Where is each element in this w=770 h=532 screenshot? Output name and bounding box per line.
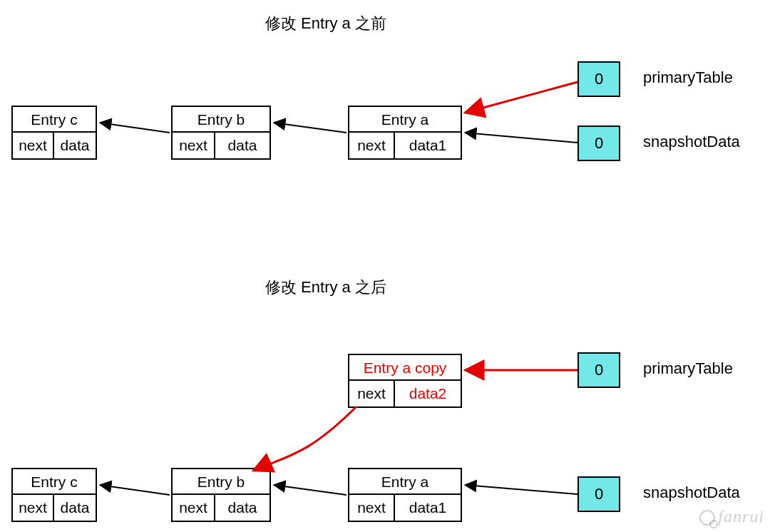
snapshot-data-label-before: snapshotData [643,133,740,151]
arrow-snapshot-to-a-after [465,485,578,494]
entry-a-header-after: Entry a [349,469,461,495]
entry-c-header: Entry c [13,107,96,133]
speech-bubble-icon [699,510,715,526]
entry-b-before: Entry b next data [171,106,271,160]
entry-a-copy-data2: data2 [395,381,461,406]
entry-a-next-after: next [349,495,395,521]
entry-c-header-after: Entry c [13,469,96,495]
entry-b-header: Entry b [173,107,270,133]
title-before: 修改 Entry a 之前 [265,13,386,34]
arrow-a-to-b-before [274,123,346,133]
arrow-b-to-c-after [100,485,170,495]
entry-a-header: Entry a [349,107,461,133]
primary-table-slot-after: 0 [578,352,620,388]
primary-table-label-after: primaryTable [643,359,733,378]
entry-b-next: next [173,133,215,158]
arrow-primary-to-a-before [465,82,578,113]
entry-c-data-after: data [54,495,96,521]
snapshot-data-slot-after: 0 [578,476,620,512]
entry-b-data-after: data [215,495,270,521]
arrow-a-to-b-after [274,485,346,495]
entry-c-after: Entry c next data [11,468,97,522]
entry-c-before: Entry c next data [11,106,97,160]
snapshot-data-label-after: snapshotData [643,484,740,502]
arrow-b-to-c-before [100,123,170,133]
title-after: 修改 Entry a 之后 [265,277,386,298]
entry-b-after: Entry b next data [171,468,271,522]
entry-c-data: data [54,133,96,158]
primary-table-label-before: primaryTable [643,68,733,87]
entry-a-next: next [349,133,395,158]
primary-table-slot-before: 0 [578,61,620,97]
arrow-snapshot-to-a-before [465,133,578,143]
entry-a-before: Entry a next data1 [348,106,462,160]
entry-a-copy-header: Entry a copy [349,355,461,381]
entry-c-next-after: next [13,495,54,521]
entry-a-after: Entry a next data1 [348,468,462,522]
entry-a-copy-after: Entry a copy next data2 [348,354,462,408]
entry-a-copy-next: next [349,381,395,406]
entry-b-next-after: next [173,495,215,521]
arrow-acopy-to-b-after [253,406,356,471]
entry-c-next: next [13,133,54,158]
entry-b-data: data [215,133,270,158]
entry-b-header-after: Entry b [173,469,270,495]
watermark: fanrui [699,507,764,526]
snapshot-data-slot-before: 0 [578,126,620,161]
entry-a-data1-after: data1 [395,495,461,521]
entry-a-data1: data1 [395,133,461,158]
